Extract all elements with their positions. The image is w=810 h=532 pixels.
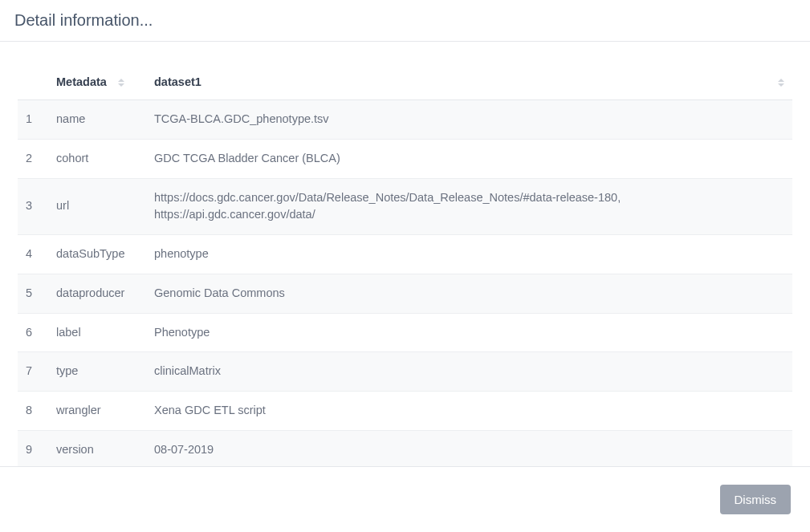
row-index: 2 (18, 139, 48, 178)
dataset-value: https://docs.gdc.cancer.gov/Data/Release… (146, 178, 792, 235)
table-header-row: Metadata dataset1 (18, 64, 792, 100)
detail-modal: Detail information... Metadata dataset1 (0, 0, 810, 532)
dataset-value: 08-07-2019 (146, 430, 792, 466)
caret-up-icon (118, 79, 124, 82)
table-row: 8wranglerXena GDC ETL script (18, 392, 792, 431)
dataset-value: clinicalMatrix (146, 352, 792, 392)
table-row: 2cohortGDC TCGA Bladder Cancer (BLCA) (18, 139, 792, 178)
dataset-value: Genomic Data Commons (146, 274, 792, 313)
dataset-value: Phenotype (146, 313, 792, 352)
row-index: 3 (18, 178, 48, 235)
modal-footer: Dismiss (0, 466, 810, 532)
caret-down-icon (778, 83, 784, 87)
column-header-dataset-label: dataset1 (154, 75, 201, 88)
metadata-key: name (48, 100, 146, 140)
metadata-key: type (48, 352, 146, 392)
row-index: 6 (18, 313, 48, 352)
table-row: 9version08-07-2019 (18, 430, 792, 466)
row-index: 7 (18, 352, 48, 392)
dataset-value: phenotype (146, 235, 792, 274)
row-index: 9 (18, 430, 48, 466)
table-row: 5dataproducerGenomic Data Commons (18, 274, 792, 313)
metadata-key: url (48, 178, 146, 235)
dataset-value: TCGA-BLCA.GDC_phenotype.tsv (146, 100, 792, 140)
table-row: 1nameTCGA-BLCA.GDC_phenotype.tsv (18, 100, 792, 140)
dataset-value: GDC TCGA Bladder Cancer (BLCA) (146, 139, 792, 178)
metadata-key: wrangler (48, 392, 146, 431)
row-index: 8 (18, 392, 48, 431)
column-header-metadata-label: Metadata (56, 75, 107, 88)
modal-title: Detail information... (14, 11, 796, 30)
sort-icon[interactable] (778, 79, 784, 87)
row-index: 1 (18, 100, 48, 140)
metadata-key: cohort (48, 139, 146, 178)
dataset-value: Xena GDC ETL script (146, 392, 792, 431)
dismiss-button[interactable]: Dismiss (720, 485, 792, 514)
caret-up-icon (778, 79, 784, 82)
row-index: 5 (18, 274, 48, 313)
detail-table: Metadata dataset1 (18, 64, 792, 466)
metadata-key: version (48, 430, 146, 466)
table-row: 6labelPhenotype (18, 313, 792, 352)
metadata-key: label (48, 313, 146, 352)
modal-body: Metadata dataset1 (0, 42, 810, 466)
table-row: 3urlhttps://docs.gdc.cancer.gov/Data/Rel… (18, 178, 792, 235)
sort-icon[interactable] (118, 79, 124, 87)
modal-header: Detail information... (0, 0, 810, 42)
caret-down-icon (118, 83, 124, 87)
column-header-dataset[interactable]: dataset1 (146, 64, 792, 100)
metadata-key: dataproducer (48, 274, 146, 313)
row-index: 4 (18, 235, 48, 274)
table-row: 4dataSubTypephenotype (18, 235, 792, 274)
column-header-metadata[interactable]: Metadata (48, 64, 146, 100)
metadata-key: dataSubType (48, 235, 146, 274)
table-row: 7typeclinicalMatrix (18, 352, 792, 392)
table-body: 1nameTCGA-BLCA.GDC_phenotype.tsv2cohortG… (18, 100, 792, 467)
column-header-index (18, 64, 48, 100)
